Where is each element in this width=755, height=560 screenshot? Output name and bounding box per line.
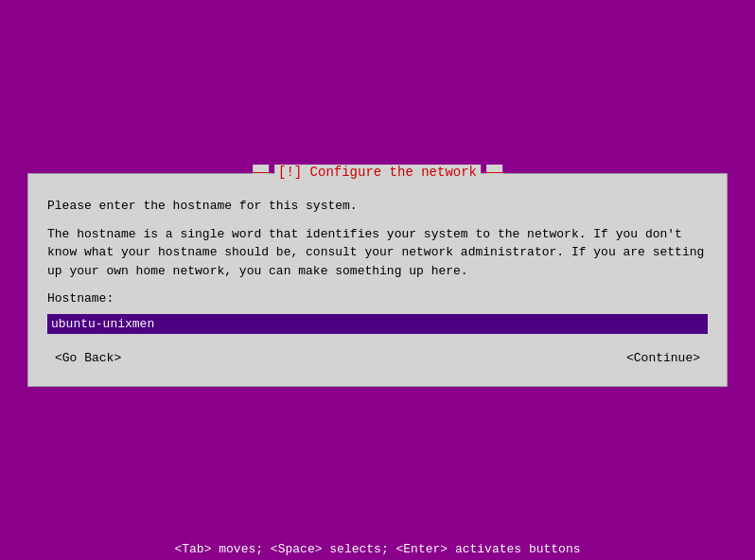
screen: —— [!] Configure the network —— Please e… xyxy=(0,0,755,560)
button-row: <Go Back> <Continue> xyxy=(47,349,708,367)
dialog-box: —— [!] Configure the network —— Please e… xyxy=(27,173,728,387)
dialog-title-bar: —— [!] Configure the network —— xyxy=(253,165,502,180)
hostname-input-container[interactable] xyxy=(47,314,708,334)
hostname-label: Hostname: xyxy=(47,289,708,308)
description-line1: Please enter the hostname for this syste… xyxy=(47,197,708,216)
hostname-input[interactable] xyxy=(47,314,708,334)
status-bar-text: <Tab> moves; <Space> selects; <Enter> ac… xyxy=(174,542,580,556)
continue-button[interactable]: <Continue> xyxy=(619,349,708,367)
title-bracket-left: —— xyxy=(253,165,269,180)
dialog-title: [!] Configure the network xyxy=(274,165,481,180)
status-bar: <Tab> moves; <Space> selects; <Enter> ac… xyxy=(0,538,755,560)
dialog-content: Please enter the hostname for this syste… xyxy=(47,197,708,367)
go-back-button[interactable]: <Go Back> xyxy=(47,349,129,367)
description-line2: The hostname is a single word that ident… xyxy=(47,225,708,281)
title-bracket-right: —— xyxy=(486,165,502,180)
